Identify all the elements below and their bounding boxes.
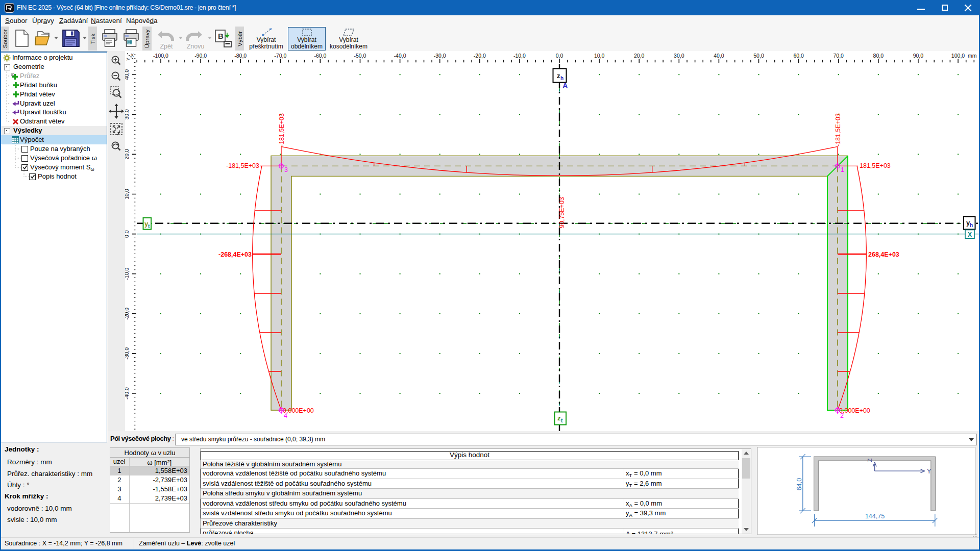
svg-text:Z: Z bbox=[867, 458, 873, 462]
svg-text:Y: Y bbox=[927, 468, 932, 475]
svg-text:144,75: 144,75 bbox=[865, 513, 885, 520]
svg-text:64,0: 64,0 bbox=[796, 478, 803, 490]
